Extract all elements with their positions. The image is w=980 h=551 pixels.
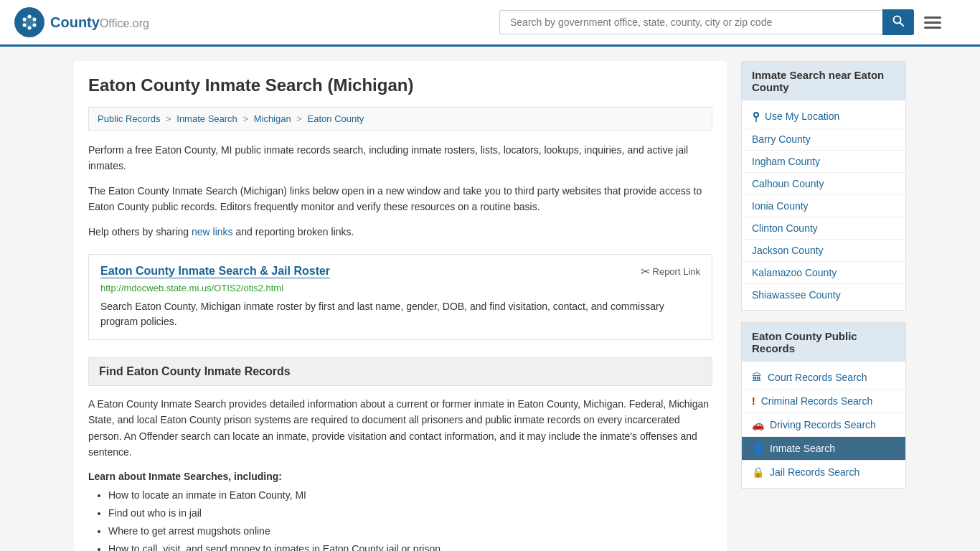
use-location-label: Use My Location	[765, 110, 839, 122]
breadcrumb-sep-2: >	[242, 113, 250, 124]
driving-icon: 🚗	[752, 419, 764, 430]
nearby-section: Inmate Search near Eaton County Use My L…	[741, 61, 906, 311]
search-bar-area	[499, 9, 944, 35]
sidebar-public-link-label: Inmate Search	[770, 443, 835, 454]
sidebar-public-link-label: Court Records Search	[768, 372, 867, 383]
sidebar-link-label: Barry County	[752, 133, 811, 145]
find-section-body: A Eaton County Inmate Search provides de…	[88, 396, 712, 461]
sidebar-link-label: Kalamazoo County	[752, 267, 837, 278]
sidebar-link-kalamazoo[interactable]: Kalamazoo County	[742, 262, 905, 284]
logo-area[interactable]: CountyOffice.org	[14, 7, 149, 37]
svg-line-9	[900, 23, 904, 27]
hamburger-menu-button[interactable]	[921, 14, 944, 32]
page-title: Eaton County Inmate Search (Michigan)	[88, 75, 712, 95]
bullet-list: How to locate an inmate in Eaton County,…	[88, 488, 712, 551]
find-section-header: Find Eaton County Inmate Records	[88, 357, 712, 386]
main-container: Eaton County Inmate Search (Michigan) Pu…	[60, 47, 920, 551]
resource-link-section: Eaton County Inmate Search & Jail Roster…	[88, 254, 712, 340]
bullet-item: How to locate an inmate in Eaton County,…	[108, 488, 712, 503]
desc3-post: and reporting broken links.	[233, 226, 354, 237]
resource-url[interactable]: http://mdocweb.state.mi.us/OTIS2/otis2.h…	[100, 283, 700, 293]
search-input[interactable]	[499, 10, 882, 34]
resource-description: Search Eaton County, Michigan inmate ros…	[100, 299, 700, 329]
svg-point-4	[33, 24, 37, 27]
sidebar-link-label: Calhoun County	[752, 178, 824, 189]
content-area: Eaton County Inmate Search (Michigan) Pu…	[74, 61, 727, 551]
sidebar-link-jail-records[interactable]: 🔒 Jail Records Search	[742, 461, 905, 484]
desc-paragraph-3: Help others by sharing new links and rep…	[88, 224, 712, 240]
resource-link-title[interactable]: Eaton County Inmate Search & Jail Roster	[100, 265, 330, 278]
nearby-section-header: Inmate Search near Eaton County	[742, 62, 905, 100]
public-records-links-list: 🏛 Court Records Search ! Criminal Record…	[742, 362, 905, 488]
svg-point-7	[23, 18, 27, 22]
sidebar-public-link-label: Jail Records Search	[770, 466, 859, 478]
sidebar-link-driving-records[interactable]: 🚗 Driving Records Search	[742, 413, 905, 437]
sidebar-link-ionia[interactable]: Ionia County	[742, 195, 905, 217]
breadcrumb: Public Records > Inmate Search > Michiga…	[88, 107, 712, 131]
breadcrumb-sep-1: >	[166, 113, 174, 124]
criminal-icon: !	[752, 395, 755, 407]
sidebar-link-label: Ionia County	[752, 200, 809, 212]
search-button[interactable]	[882, 9, 914, 35]
site-header: CountyOffice.org	[0, 0, 980, 47]
breadcrumb-sep-3: >	[296, 113, 304, 124]
sidebar-link-inmate-search[interactable]: 👤 Inmate Search	[742, 437, 905, 461]
breadcrumb-michigan[interactable]: Michigan	[254, 113, 291, 124]
resource-link-header: Eaton County Inmate Search & Jail Roster…	[100, 265, 700, 278]
desc3-pre: Help others by sharing	[88, 226, 192, 237]
svg-point-11	[755, 113, 758, 116]
bullet-item: Where to get arrest mugshots online	[108, 524, 712, 539]
hamburger-line-3	[924, 27, 941, 29]
desc-paragraph-1: Perform a free Eaton County, MI public i…	[88, 142, 712, 174]
sidebar-link-criminal-records[interactable]: ! Criminal Records Search	[742, 390, 905, 413]
bullet-item: Find out who is in jail	[108, 506, 712, 521]
sidebar-public-link-label: Criminal Records Search	[761, 395, 873, 407]
sidebar-link-ingham[interactable]: Ingham County	[742, 151, 905, 173]
location-pin-icon	[752, 110, 760, 122]
svg-point-6	[23, 24, 27, 27]
breadcrumb-public-records[interactable]: Public Records	[98, 113, 160, 124]
svg-point-2	[28, 15, 32, 19]
sidebar-link-shiawassee[interactable]: Shiawassee County	[742, 284, 905, 306]
desc-paragraph-2: The Eaton County Inmate Search (Michigan…	[88, 183, 712, 215]
svg-point-3	[33, 18, 37, 22]
sidebar: Inmate Search near Eaton County Use My L…	[741, 61, 906, 551]
svg-point-5	[28, 27, 32, 30]
new-links-link[interactable]: new links	[192, 226, 233, 237]
jail-icon: 🔒	[752, 466, 764, 478]
use-my-location-link[interactable]: Use My Location	[742, 105, 905, 128]
bullet-item: How to call, visit, and send money to in…	[108, 542, 712, 551]
logo-text: CountyOffice.org	[50, 14, 149, 30]
sidebar-link-label: Ingham County	[752, 156, 820, 167]
breadcrumb-inmate-search[interactable]: Inmate Search	[176, 113, 237, 124]
logo-icon	[14, 7, 44, 37]
report-link-button[interactable]: ✂ Report Link	[641, 265, 700, 278]
sidebar-link-calhoun[interactable]: Calhoun County	[742, 173, 905, 195]
sidebar-link-label: Clinton County	[752, 222, 818, 234]
sidebar-link-barry[interactable]: Barry County	[742, 128, 905, 151]
hamburger-line-2	[924, 22, 941, 24]
report-link-label: Report Link	[653, 266, 700, 277]
nearby-links-list: Use My Location Barry County Ingham Coun…	[742, 100, 905, 310]
public-records-section: Eaton County Public Records 🏛 Court Reco…	[741, 322, 906, 489]
sidebar-link-court-records[interactable]: 🏛 Court Records Search	[742, 366, 905, 390]
scissors-icon: ✂	[641, 265, 650, 278]
find-section-title: Find Eaton County Inmate Records	[99, 365, 291, 377]
public-records-header: Eaton County Public Records	[742, 323, 905, 362]
hamburger-line-1	[924, 17, 941, 19]
sidebar-link-label: Jackson County	[752, 245, 824, 256]
sidebar-public-link-label: Driving Records Search	[770, 419, 876, 430]
court-icon: 🏛	[752, 372, 762, 383]
learn-heading: Learn about Inmate Searches, including:	[88, 471, 712, 482]
sidebar-link-label: Shiawassee County	[752, 289, 841, 301]
sidebar-link-clinton[interactable]: Clinton County	[742, 217, 905, 240]
sidebar-link-jackson[interactable]: Jackson County	[742, 240, 905, 262]
breadcrumb-eaton-county[interactable]: Eaton County	[308, 113, 364, 124]
inmate-icon: 👤	[752, 443, 764, 454]
